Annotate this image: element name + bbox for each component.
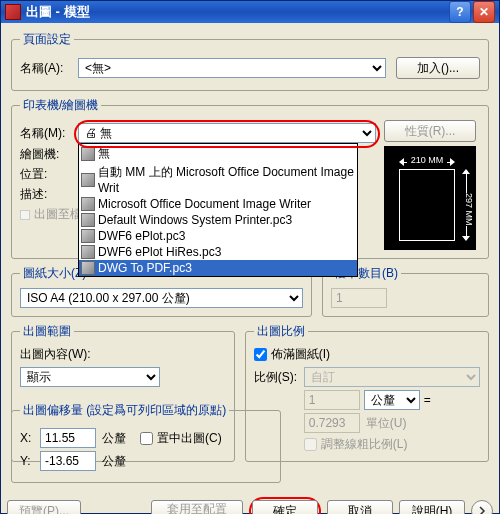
scale-lineweights-checkbox — [304, 438, 317, 451]
printer-option-dwg-to-pdf[interactable]: DWG To PDF.pc3 — [79, 260, 357, 276]
plot-what-label: 出圖內容(W): — [20, 346, 226, 363]
scale-denom-input — [304, 413, 360, 433]
preview-page — [399, 169, 455, 241]
printer-option-1[interactable]: 自動 MM 上的 Microsoft Office Document Image… — [79, 163, 357, 196]
printer-name-select[interactable]: 🖨 無 無 自動 MM 上的 Microsoft Office Document… — [78, 123, 376, 143]
equals-label: = — [424, 393, 431, 407]
printer-option-3[interactable]: Default Windows System Printer.pc3 — [79, 212, 357, 228]
scale-label: 比例(S): — [254, 369, 304, 386]
page-name-label: 名稱(A): — [20, 60, 78, 77]
plot-to-file-label: 出圖至檔 — [34, 206, 82, 223]
apply-to-layout-button: 套用至配置(T) — [151, 500, 243, 514]
fit-to-paper-checkbox[interactable] — [254, 348, 267, 361]
printer-option-5[interactable]: DWF6 ePlot HiRes.pc3 — [79, 244, 357, 260]
printer-icon — [81, 229, 95, 243]
preview-button: 預覽(P)... — [7, 500, 81, 514]
footer: 預覽(P)... 套用至配置(T) 確定 取消 說明(H) — [1, 493, 499, 514]
offset-x-unit: 公釐 — [102, 430, 126, 447]
fit-to-paper-label: 佈滿圖紙(I) — [271, 346, 330, 363]
printer-icon — [81, 213, 95, 227]
titlebar: 出圖 - 模型 ? ✕ — [1, 1, 499, 23]
help-button[interactable]: 說明(H) — [399, 500, 465, 514]
plot-offset-group: 出圖偏移量 (設定爲可列印區域的原點) X: 公釐 置中出圖(C) Y: 公釐 — [11, 402, 281, 483]
offset-x-label: X: — [20, 431, 40, 445]
ok-button[interactable]: 確定 — [252, 500, 318, 514]
printer-icon — [81, 147, 95, 161]
plot-area-legend: 出圖範圍 — [20, 323, 74, 340]
page-setup-legend: 頁面設定 — [20, 31, 74, 48]
printer-icon — [81, 245, 95, 259]
close-button[interactable]: ✕ — [473, 1, 495, 23]
paper-size-select[interactable]: ISO A4 (210.00 x 297.00 公釐) — [20, 288, 303, 308]
copies-input — [331, 288, 387, 308]
width-arrow: 210 MM — [399, 157, 455, 167]
scale-num-input — [304, 390, 360, 410]
description-label: 描述: — [20, 186, 78, 203]
plot-scale-group: 出圖比例 佈滿圖紙(I) 比例(S): 自訂 公釐 = 單位(U) — [245, 323, 489, 462]
scale-unit-select[interactable]: 公釐 — [364, 390, 420, 410]
printer-option-4[interactable]: DWF6 ePlot.pc3 — [79, 228, 357, 244]
page-setup-group: 頁面設定 名稱(A): <無> 加入()... — [11, 31, 489, 91]
printer-name-label: 名稱(M): — [20, 125, 78, 142]
printer-option-none[interactable]: 無 — [79, 144, 357, 163]
location-label: 位置: — [20, 166, 78, 183]
unit-label: 單位(U) — [366, 415, 407, 432]
red-highlight-ok: 確定 — [249, 497, 321, 514]
offset-y-unit: 公釐 — [102, 453, 126, 470]
expand-button[interactable] — [471, 500, 493, 514]
printer-dropdown-list: 無 自動 MM 上的 Microsoft Office Document Ima… — [78, 143, 358, 277]
content: 頁面設定 名稱(A): <無> 加入()... 印表機/繪圖機 名稱(M): — [1, 23, 499, 493]
printer-icon — [81, 261, 95, 275]
chevron-right-icon — [477, 506, 487, 514]
plot-offset-legend: 出圖偏移量 (設定爲可列印區域的原點) — [20, 402, 229, 419]
plot-scale-legend: 出圖比例 — [254, 323, 308, 340]
plotter-label: 繪圖機: — [20, 146, 78, 163]
cancel-button[interactable]: 取消 — [327, 500, 393, 514]
help-titlebar-button[interactable]: ? — [449, 1, 471, 23]
offset-y-input[interactable] — [40, 451, 96, 471]
plot-what-select[interactable]: 顯示 — [20, 367, 160, 387]
plot-to-file-checkbox — [20, 210, 30, 220]
offset-y-label: Y: — [20, 454, 40, 468]
printer-group: 印表機/繪圖機 名稱(M): 🖨 無 無 自動 MM 上的 Microsoft … — [11, 97, 489, 259]
center-plot-checkbox[interactable] — [140, 432, 153, 445]
app-icon — [5, 4, 21, 20]
paper-preview: 210 MM 297 MM — [384, 146, 476, 250]
add-page-setup-button[interactable]: 加入()... — [396, 57, 480, 79]
printer-props-button: 性質(R)... — [384, 120, 476, 142]
printer-option-2[interactable]: Microsoft Office Document Image Writer — [79, 196, 357, 212]
scale-select: 自訂 — [304, 367, 480, 387]
scale-lineweights-label: 調整線粗比例(L) — [321, 436, 408, 453]
printer-legend: 印表機/繪圖機 — [20, 97, 101, 114]
printer-icon — [81, 173, 95, 187]
offset-x-input[interactable] — [40, 428, 96, 448]
page-name-select[interactable]: <無> — [78, 58, 386, 78]
height-arrow: 297 MM — [461, 169, 471, 241]
window-title: 出圖 - 模型 — [26, 3, 447, 21]
printer-icon — [81, 197, 95, 211]
center-plot-label: 置中出圖(C) — [157, 430, 222, 447]
plot-dialog: 出圖 - 模型 ? ✕ 頁面設定 名稱(A): <無> 加入()... 印表機/… — [0, 0, 500, 514]
